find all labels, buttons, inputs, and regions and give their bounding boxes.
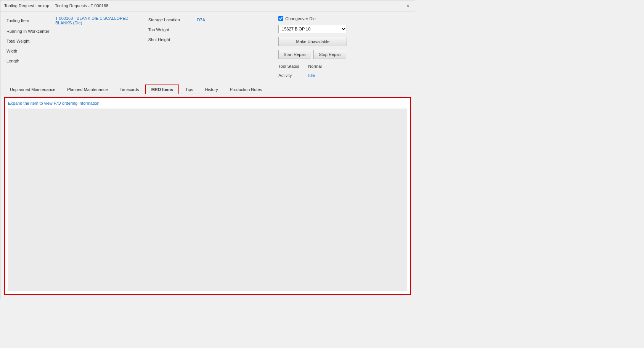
tooling-item-value: T 000168 - BLANK DIE 1 SCALLOPED BLANKS … xyxy=(55,16,141,25)
start-repair-button[interactable]: Start Repair xyxy=(278,50,311,59)
width-row: Width xyxy=(6,47,141,55)
main-window: Tooling Request Lookup | Tooling Request… xyxy=(0,0,415,299)
tooling-item-row: Tooling Item T 000168 - BLANK DIE 1 SCAL… xyxy=(6,16,141,25)
tabs-bar: Unplanned MaintenancePlanned Maintenance… xyxy=(0,84,415,94)
tooling-item-label: Tooling Item xyxy=(6,18,52,23)
right-column: Changeover Die 15627 B OP 10 Make Unavai… xyxy=(275,16,409,79)
tool-status-row: Tool Status Normal xyxy=(278,63,409,70)
tool-status-value: Normal xyxy=(308,64,321,69)
total-weight-row: Total Weight xyxy=(6,37,141,45)
title-bar: Tooling Request Lookup | Tooling Request… xyxy=(0,0,415,11)
changeover-die-row: Changeover Die xyxy=(278,16,409,21)
window-title: Tooling Requests - T 000168 xyxy=(55,3,108,8)
tab-production[interactable]: Production Notes xyxy=(224,85,268,94)
total-weight-label: Total Weight xyxy=(6,39,52,43)
tool-status-label: Tool Status xyxy=(278,64,305,69)
left-column: Tooling Item T 000168 - BLANK DIE 1 SCAL… xyxy=(6,16,141,79)
changeover-die-checkbox[interactable] xyxy=(278,16,283,21)
running-in-workcenter-label: Running In Workcenter xyxy=(6,29,52,34)
expand-info-text: Expand the item to view P/O ordering inf… xyxy=(8,101,407,105)
title-bar-left: Tooling Request Lookup | Tooling Request… xyxy=(4,3,108,8)
length-row: Length xyxy=(6,57,141,65)
tab-mro[interactable]: MRO Items xyxy=(145,85,179,94)
changeover-die-label: Changeover Die xyxy=(285,16,316,21)
content-area: Expand the item to view P/O ordering inf… xyxy=(4,97,411,295)
activity-row: Activity Idle xyxy=(278,72,409,79)
storage-location-value: D7A xyxy=(197,18,205,22)
form-area: Tooling Item T 000168 - BLANK DIE 1 SCAL… xyxy=(0,11,415,82)
dropdown-row: 15627 B OP 10 xyxy=(278,25,409,33)
shut-height-row: Shut Height xyxy=(148,36,275,43)
tab-unplanned[interactable]: Unplanned Maintenance xyxy=(4,85,61,94)
tab-tips[interactable]: Tips xyxy=(180,85,199,94)
workcenter-dropdown[interactable]: 15627 B OP 10 xyxy=(278,25,347,33)
activity-label: Activity xyxy=(278,73,305,78)
running-in-workcenter-row: Running In Workcenter xyxy=(6,27,141,35)
make-unavailable-row: Make Unavailable xyxy=(278,37,409,46)
tab-planned[interactable]: Planned Maintenance xyxy=(61,85,113,94)
tab-timecards[interactable]: Timecards xyxy=(114,85,145,94)
close-button[interactable]: × xyxy=(405,3,411,9)
stop-repair-button[interactable]: Stop Repair xyxy=(313,50,346,59)
title-separator: | xyxy=(51,3,53,8)
shut-height-label: Shut Height xyxy=(148,37,194,42)
width-label: Width xyxy=(6,49,52,53)
top-weight-row: Top Weight xyxy=(148,26,275,34)
mro-content-inner xyxy=(8,109,407,291)
activity-value: Idle xyxy=(308,73,315,78)
length-label: Length xyxy=(6,59,52,63)
lookup-label: Tooling Request Lookup xyxy=(4,3,49,8)
make-unavailable-button[interactable]: Make Unavailable xyxy=(278,37,347,46)
storage-location-row: Storage Location D7A xyxy=(148,16,275,24)
repair-buttons-row: Start Repair Stop Repair xyxy=(278,50,409,59)
top-weight-label: Top Weight xyxy=(148,27,194,32)
storage-location-label: Storage Location xyxy=(148,18,194,22)
mid-column: Storage Location D7A Top Weight Shut Hei… xyxy=(141,16,275,79)
tab-history[interactable]: History xyxy=(199,85,223,94)
